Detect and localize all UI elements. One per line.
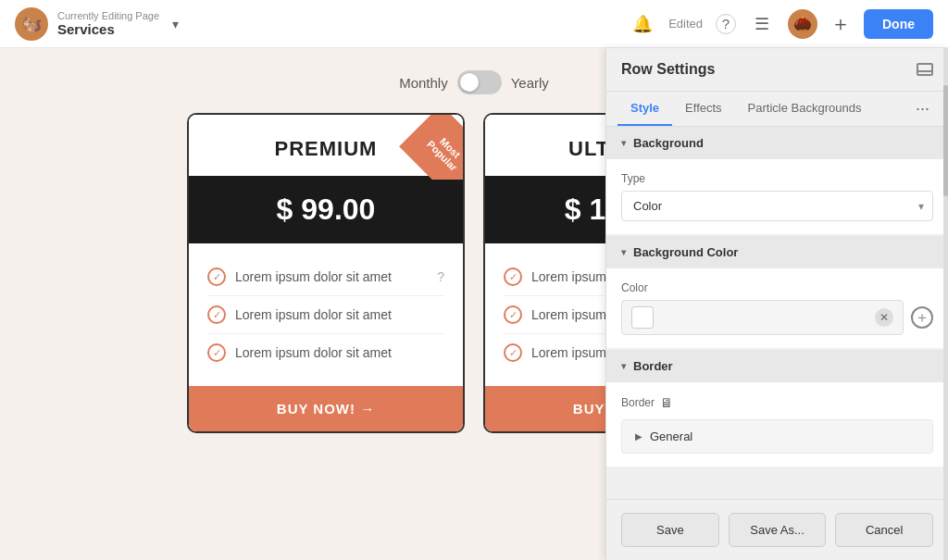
color-clear-button[interactable]: ✕ xyxy=(875,308,893,327)
premium-feature-3: ✓ Lorem ipsum dolor sit amet xyxy=(207,334,444,371)
yearly-label: Yearly xyxy=(511,75,549,91)
monitor-icon: 🖥 xyxy=(660,395,673,410)
premium-features: ✓ Lorem ipsum dolor sit amet ? ✓ Lorem i… xyxy=(189,243,463,386)
background-chevron-icon: ▾ xyxy=(621,138,626,148)
page-chevron-icon[interactable]: ▾ xyxy=(172,17,179,31)
color-row: ✕ ＋ xyxy=(621,300,933,335)
ultimate-check-icon-1: ✓ xyxy=(504,268,522,286)
menu-icon[interactable]: ☰ xyxy=(749,11,775,37)
tab-effects[interactable]: Effects xyxy=(672,92,735,126)
feature-text-3: Lorem ipsum dolor sit amet xyxy=(235,345,392,360)
topbar-left: 🐿️ Currently Editing Page Services ▾ xyxy=(15,7,630,41)
popular-badge: Most Popular xyxy=(399,115,463,180)
ultimate-check-icon-3: ✓ xyxy=(504,343,522,362)
bg-color-chevron-icon: ▾ xyxy=(621,247,626,257)
border-chevron-icon: ▾ xyxy=(621,361,626,371)
save-as-button[interactable]: Save As... xyxy=(729,513,827,547)
avatar: 🐿️ xyxy=(15,7,48,41)
panel-tabs: Style Effects Particle Backgrounds ··· xyxy=(606,92,948,127)
type-label: Type xyxy=(621,172,933,185)
background-section-body: Type Color Gradient Image Video ▾ xyxy=(606,159,948,234)
tabs-more-icon[interactable]: ··· xyxy=(908,92,937,126)
background-section-title: Background xyxy=(633,136,704,150)
topbar: 🐿️ Currently Editing Page Services ▾ 🔔 E… xyxy=(0,0,948,48)
check-icon-2: ✓ xyxy=(207,305,226,324)
background-section: ▾ Background Type Color Gradient Image V… xyxy=(606,127,948,234)
background-section-header[interactable]: ▾ Background xyxy=(606,127,948,159)
general-chevron-icon: ▶ xyxy=(635,431,642,442)
check-icon-1: ✓ xyxy=(207,268,226,286)
minimize-button[interactable] xyxy=(917,63,933,76)
monthly-label: Monthly xyxy=(399,75,448,91)
topbar-right: 🔔 Edited ? ☰ 🌰 ＋ Done xyxy=(630,9,933,39)
type-select-wrapper: Color Gradient Image Video ▾ xyxy=(621,191,933,221)
border-section-body: Border 🖥 ▶ General xyxy=(606,382,948,467)
right-panel: Row Settings Style Effects Particle Back… xyxy=(605,48,948,560)
topbar-titles: Currently Editing Page Services xyxy=(57,10,159,37)
edited-badge: Edited xyxy=(668,17,703,31)
border-label: Border xyxy=(621,396,655,409)
border-field-row: Border 🖥 xyxy=(621,395,933,410)
color-label: Color xyxy=(621,281,933,294)
panel-title: Row Settings xyxy=(621,61,715,78)
premium-price: $ 99.00 xyxy=(206,193,446,227)
background-color-section: ▾ Background Color Color ✕ ＋ xyxy=(606,236,948,348)
tab-particle-backgrounds[interactable]: Particle Backgrounds xyxy=(735,92,875,126)
feature-text-2: Lorem ipsum dolor sit amet xyxy=(235,307,392,322)
page-name-label: Services xyxy=(57,21,159,37)
feature-help-icon[interactable]: ? xyxy=(437,269,444,284)
add-icon[interactable]: ＋ xyxy=(830,10,851,38)
panel-body: ▾ Background Type Color Gradient Image V… xyxy=(606,127,948,499)
acorn-icon[interactable]: 🌰 xyxy=(788,9,817,39)
border-section: ▾ Border Border 🖥 ▶ General xyxy=(606,350,948,467)
premium-feature-1: ✓ Lorem ipsum dolor sit amet ? xyxy=(207,258,444,296)
type-select[interactable]: Color Gradient Image Video xyxy=(621,191,933,221)
premium-price-area: $ 99.00 xyxy=(189,176,463,243)
tab-style[interactable]: Style xyxy=(617,92,672,126)
feature-text-1: Lorem ipsum dolor sit amet xyxy=(235,269,392,284)
save-button[interactable]: Save xyxy=(621,513,719,547)
color-field[interactable]: ✕ xyxy=(621,300,904,335)
popular-badge-clip: Most Popular xyxy=(398,115,463,180)
panel-footer: Save Save As... Cancel xyxy=(606,499,948,560)
help-icon[interactable]: ? xyxy=(716,14,736,34)
background-color-section-title: Background Color xyxy=(633,245,738,259)
scrollbar-track[interactable] xyxy=(943,48,948,560)
general-row[interactable]: ▶ General xyxy=(621,419,933,454)
background-color-section-body: Color ✕ ＋ xyxy=(606,268,948,348)
premium-card: Most Popular PREMIUM $ 99.00 ✓ Lorem ips… xyxy=(187,113,465,433)
background-color-section-header[interactable]: ▾ Background Color xyxy=(606,236,948,268)
ultimate-check-icon-2: ✓ xyxy=(504,305,522,324)
bell-icon[interactable]: 🔔 xyxy=(630,11,655,37)
premium-cta[interactable]: BUY NOW! → xyxy=(189,386,463,431)
currently-editing-label: Currently Editing Page xyxy=(57,10,159,21)
border-section-header[interactable]: ▾ Border xyxy=(606,350,948,382)
color-swatch xyxy=(631,306,654,329)
panel-header: Row Settings xyxy=(606,48,948,92)
general-label: General xyxy=(650,429,692,443)
color-add-button[interactable]: ＋ xyxy=(911,306,933,329)
monthly-yearly-toggle[interactable] xyxy=(457,70,502,94)
premium-feature-2: ✓ Lorem ipsum dolor sit amet xyxy=(207,296,444,334)
border-section-title: Border xyxy=(633,359,673,373)
done-button[interactable]: Done xyxy=(864,9,933,39)
check-icon-3: ✓ xyxy=(207,343,226,362)
cancel-button[interactable]: Cancel xyxy=(835,513,933,547)
scrollbar-thumb[interactable] xyxy=(943,85,948,196)
toggle-knob xyxy=(460,73,479,92)
